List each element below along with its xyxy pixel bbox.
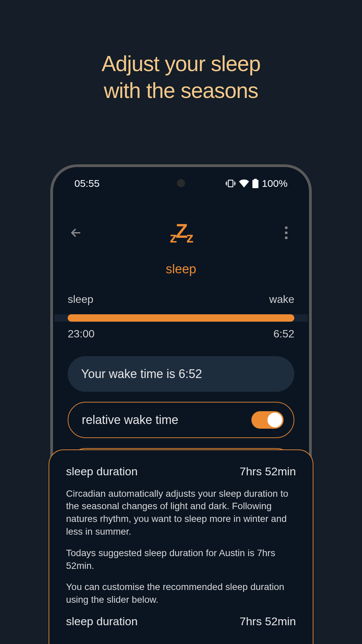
headline-line-2: with the seasons [0,77,362,104]
relative-wake-label: relative wake time [82,413,178,427]
info-paragraph-1: Circadian automatically adjusts your sle… [66,487,296,538]
info-paragraph-3: You can customise the recommended sleep … [66,581,296,606]
app-header: zZz [54,189,308,253]
sleep-time: 23:00 [68,328,95,340]
headline-line-1: Adjust your sleep [0,50,362,77]
promo-headline: Adjust your sleep with the seasons [0,0,362,104]
camera-cutout [177,179,185,187]
back-button[interactable] [68,225,84,241]
timeline-label-wake: wake [269,293,294,306]
duration-label: sleep duration [66,465,138,478]
zzz-icon: zZz [170,219,192,246]
toggle-knob [267,413,282,427]
relative-wake-toggle[interactable] [251,411,284,429]
timeline-label-sleep: sleep [68,293,94,306]
wake-time-text: Your wake time is 6:52 [81,367,202,381]
page-title: sleep [54,262,308,276]
duration-row-2: sleep duration 7hrs 52min [66,615,296,628]
wake-time: 6:52 [274,328,294,340]
duration-value-2: 7hrs 52min [240,615,296,628]
status-time: 05:55 [74,178,100,189]
more-menu-button[interactable] [278,225,294,241]
duration-value: 7hrs 52min [240,465,296,478]
wifi-icon [239,179,249,187]
svg-rect-0 [228,180,233,187]
battery-icon [252,179,258,188]
timeline-bar[interactable] [68,314,294,322]
status-right: 100% [226,178,288,189]
battery-percent: 100% [262,178,288,189]
sleep-timeline: sleep wake 23:00 6:52 [54,276,308,340]
duration-label-2: sleep duration [66,615,138,628]
svg-rect-2 [252,180,258,188]
timeline-track [54,314,308,322]
info-panel: sleep duration 7hrs 52min Circadian auto… [49,449,313,644]
duration-row: sleep duration 7hrs 52min [66,465,296,478]
wake-time-chip: Your wake time is 6:52 [68,356,294,392]
info-paragraph-2: Todays suggested sleep duration for Aust… [66,547,296,572]
vibrate-icon [226,179,236,188]
relative-wake-row[interactable]: relative wake time [68,402,294,438]
svg-rect-1 [254,179,257,180]
